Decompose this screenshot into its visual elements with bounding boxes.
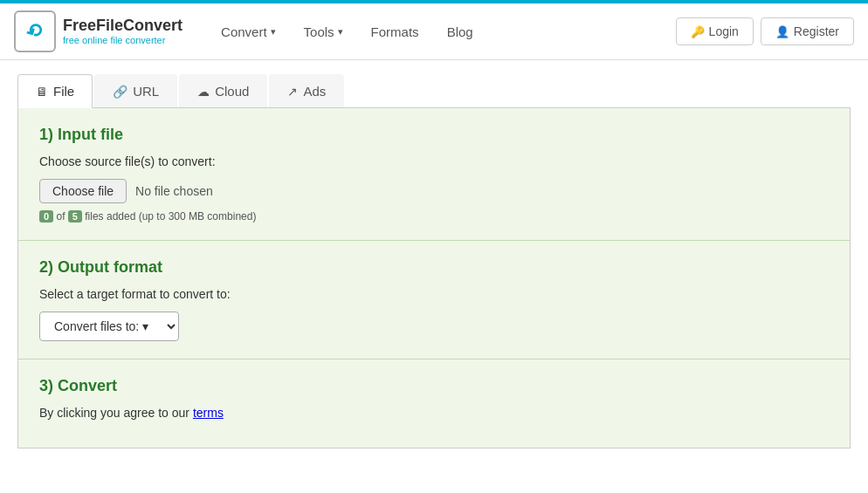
brand-tagline: free online file converter (63, 35, 183, 45)
nav-blog[interactable]: Blog (435, 17, 486, 46)
monitor-icon: 🖥 (36, 85, 48, 99)
tab-list: 🖥 File 🔗 URL ☁ Cloud ↗ Ads (17, 74, 851, 108)
convert-title: 3) Convert (39, 377, 829, 395)
output-format-title: 2) Output format (39, 258, 829, 277)
nav-formats[interactable]: Formats (359, 17, 431, 46)
chevron-down-icon: ▾ (338, 26, 343, 38)
external-link-icon: ↗ (287, 85, 298, 99)
tab-url[interactable]: 🔗 URL (94, 74, 177, 107)
user-icon: 👤 (775, 25, 789, 38)
logo-icon: ⟳ (23, 17, 48, 45)
login-icon: 🔑 (691, 25, 705, 38)
nav-right: 🔑 Login 👤 Register (676, 17, 854, 45)
input-file-title: 1) Input file (39, 126, 829, 144)
input-file-description: Choose source file(s) to convert: (39, 154, 829, 168)
convert-format-select[interactable]: Convert files to: ▾ (39, 312, 179, 341)
main-content: 🖥 File 🔗 URL ☁ Cloud ↗ Ads 1) Input file… (0, 60, 868, 462)
register-button[interactable]: 👤 Register (761, 17, 854, 45)
file-count-row: 0 of 5 files added (up to 300 MB combine… (39, 210, 829, 223)
tab-cloud[interactable]: ☁ Cloud (179, 74, 267, 107)
convert-description: By clicking you agree to our terms (39, 406, 829, 420)
no-file-text: No file chosen (135, 184, 213, 198)
brand-name: FreeFileConvert (63, 17, 183, 35)
output-format-description: Select a target format to convert to: (39, 287, 829, 301)
content-area: 1) Input file Choose source file(s) to c… (17, 108, 851, 448)
output-format-section: 2) Output format Select a target format … (18, 241, 850, 359)
logo-box: ⟳ (14, 10, 56, 52)
files-added-badge: 0 (39, 210, 53, 223)
terms-link[interactable]: terms (193, 406, 224, 420)
link-icon: 🔗 (113, 85, 127, 99)
login-button[interactable]: 🔑 Login (676, 17, 754, 45)
tab-ads[interactable]: ↗ Ads (269, 74, 344, 107)
brand-text: FreeFileConvert free online file convert… (63, 17, 183, 45)
nav-links: Convert ▾ Tools ▾ Formats Blog (209, 17, 676, 46)
choose-file-button[interactable]: Choose file (39, 179, 127, 203)
chevron-down-icon: ▾ (271, 26, 276, 38)
nav-convert[interactable]: Convert ▾ (209, 17, 288, 46)
nav-tools[interactable]: Tools ▾ (292, 17, 355, 46)
convert-section: 3) Convert By clicking you agree to our … (18, 359, 850, 448)
files-max-badge: 5 (68, 210, 82, 223)
brand-logo[interactable]: ⟳ FreeFileConvert free online file conve… (14, 10, 183, 52)
tab-file[interactable]: 🖥 File (17, 74, 93, 108)
cloud-icon: ☁ (197, 85, 210, 99)
input-file-section: 1) Input file Choose source file(s) to c… (18, 108, 850, 241)
file-input-row: Choose file No file chosen (39, 179, 829, 203)
navbar: ⟳ FreeFileConvert free online file conve… (0, 3, 868, 60)
